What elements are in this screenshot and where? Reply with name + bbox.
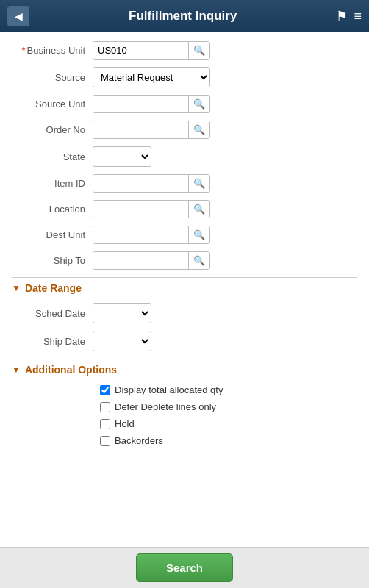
display-allocated-label: Display total allocated qty [115, 384, 223, 395]
ship-to-input-wrap: 🔍 [93, 251, 210, 270]
state-row: State Open Closed Cancelled [12, 146, 357, 167]
hold-label: Hold [115, 418, 135, 429]
source-unit-search-button[interactable]: 🔍 [188, 96, 209, 112]
ship-to-search-button[interactable]: 🔍 [188, 252, 209, 269]
business-unit-input[interactable] [93, 42, 188, 59]
additional-options-arrow-icon: ▼ [12, 365, 21, 375]
business-unit-search-button[interactable]: 🔍 [188, 42, 209, 59]
order-no-row: Order No 🔍 [12, 121, 357, 139]
ship-to-label: Ship To [12, 255, 93, 266]
location-label: Location [12, 204, 93, 215]
location-search-button[interactable]: 🔍 [188, 201, 209, 218]
sched-date-label: Sched Date [12, 308, 93, 319]
location-row: Location 🔍 [12, 200, 357, 218]
ship-date-select[interactable]: Today This Week This Month [93, 331, 151, 351]
item-id-input[interactable] [93, 175, 188, 192]
dest-unit-row: Dest Unit 🔍 [12, 226, 357, 244]
source-label: Source [12, 72, 93, 83]
display-allocated-checkbox[interactable] [100, 385, 110, 395]
form-area: Business Unit 🔍 Source Material Request … [0, 32, 369, 547]
business-unit-input-wrap: 🔍 [93, 41, 210, 60]
app-header: ◀ Fulfillment Inquiry ⚑ ≡ [0, 0, 369, 32]
sched-date-select[interactable]: Today This Week This Month [93, 303, 151, 323]
order-no-input[interactable] [93, 121, 188, 138]
order-no-label: Order No [12, 124, 93, 135]
date-range-section-header[interactable]: ▼ Date Range [12, 277, 357, 297]
backorders-checkbox[interactable] [100, 436, 110, 446]
business-unit-label: Business Unit [12, 45, 93, 56]
source-unit-row: Source Unit 🔍 [12, 95, 357, 113]
dest-unit-input[interactable] [93, 226, 188, 243]
item-id-search-button[interactable]: 🔍 [188, 175, 209, 192]
ship-to-row: Ship To 🔍 [12, 251, 357, 270]
backorders-label: Backorders [115, 435, 163, 446]
sched-date-row: Sched Date Today This Week This Month [12, 303, 357, 323]
business-unit-row: Business Unit 🔍 [12, 41, 357, 60]
search-icon: 🔍 [193, 229, 205, 240]
menu-icon[interactable]: ≡ [354, 9, 362, 24]
page-title: Fulfillment Inquiry [29, 9, 336, 24]
location-input[interactable] [93, 201, 188, 218]
search-icon: 🔍 [193, 204, 205, 215]
item-id-row: Item ID 🔍 [12, 174, 357, 193]
item-id-label: Item ID [12, 178, 93, 189]
ship-date-label: Ship Date [12, 336, 93, 347]
state-select[interactable]: Open Closed Cancelled [93, 146, 151, 167]
order-no-input-wrap: 🔍 [93, 121, 210, 139]
ship-date-row: Ship Date Today This Week This Month [12, 331, 357, 351]
location-input-wrap: 🔍 [93, 200, 210, 218]
source-unit-input-wrap: 🔍 [93, 95, 210, 113]
dest-unit-input-wrap: 🔍 [93, 226, 210, 244]
backorders-row: Backorders [12, 435, 357, 446]
back-icon: ◀ [15, 10, 23, 22]
hold-checkbox[interactable] [100, 419, 110, 429]
header-actions: ⚑ ≡ [336, 8, 362, 24]
search-icon: 🔍 [193, 178, 205, 189]
additional-options-section-header[interactable]: ▼ Additional Options [12, 359, 357, 379]
dest-unit-label: Dest Unit [12, 229, 93, 240]
source-select[interactable]: Material Request Purchase Order Transfer… [93, 67, 210, 87]
defer-deplete-label: Defer Deplete lines only [115, 401, 216, 412]
footer: Search [0, 547, 369, 588]
source-row: Source Material Request Purchase Order T… [12, 67, 357, 87]
search-icon: 🔍 [193, 45, 205, 56]
defer-deplete-checkbox[interactable] [100, 402, 110, 412]
order-no-search-button[interactable]: 🔍 [188, 121, 209, 138]
source-unit-label: Source Unit [12, 98, 93, 110]
date-range-arrow-icon: ▼ [12, 283, 21, 293]
source-unit-input[interactable] [93, 96, 188, 112]
display-allocated-row: Display total allocated qty [12, 384, 357, 395]
search-icon: 🔍 [193, 98, 205, 110]
additional-options-title: Additional Options [25, 364, 117, 376]
ship-to-input[interactable] [93, 252, 188, 269]
date-range-title: Date Range [25, 282, 82, 294]
search-button[interactable]: Search [136, 553, 233, 582]
flag-icon[interactable]: ⚑ [336, 8, 348, 24]
search-icon: 🔍 [193, 255, 205, 266]
defer-deplete-row: Defer Deplete lines only [12, 401, 357, 412]
hold-row: Hold [12, 418, 357, 429]
state-label: State [12, 151, 93, 162]
back-button[interactable]: ◀ [7, 6, 29, 26]
item-id-input-wrap: 🔍 [93, 174, 210, 193]
search-icon: 🔍 [193, 124, 205, 135]
dest-unit-search-button[interactable]: 🔍 [188, 226, 209, 243]
